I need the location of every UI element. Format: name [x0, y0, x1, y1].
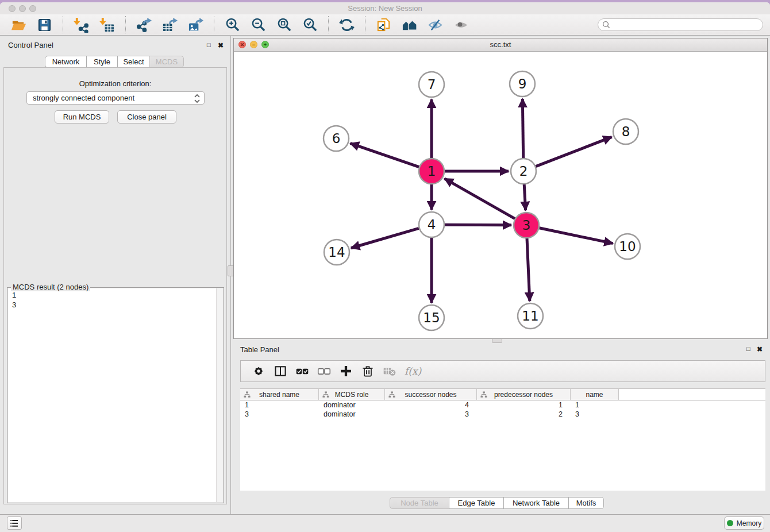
- criterion-select[interactable]: strongly connected component: [26, 91, 205, 105]
- tab-edge-table[interactable]: Edge Table: [449, 497, 504, 509]
- open-session-icon[interactable]: [11, 17, 26, 33]
- horizontal-splitter-handle[interactable]: [492, 338, 502, 343]
- list-icon: [9, 518, 20, 529]
- window-title: Session: New Session: [0, 4, 770, 13]
- column-header-label: name: [586, 391, 603, 399]
- table-row[interactable]: 1dominator411: [240, 400, 765, 410]
- column-tree-icon: [480, 391, 487, 398]
- table-cell[interactable]: 4: [385, 400, 477, 410]
- toolbar-separator: [63, 16, 63, 33]
- clone-network-icon[interactable]: [376, 17, 391, 33]
- graph-edge-2-8[interactable]: [536, 137, 611, 166]
- table-toolbar: f(x): [240, 360, 765, 382]
- table-cell[interactable]: 3: [571, 410, 619, 419]
- graph-node-label-4: 4: [428, 217, 436, 232]
- column-header-label: predecessor nodes: [494, 391, 553, 399]
- graph-edge-1-6[interactable]: [351, 143, 419, 167]
- graph-node-label-8: 8: [622, 124, 630, 139]
- graph-node-label-11: 11: [522, 309, 538, 323]
- select-stepper-icon: [193, 94, 201, 103]
- hide-selected-eye-slash-icon[interactable]: [428, 17, 443, 33]
- tab-style[interactable]: Style: [86, 56, 118, 68]
- show-hidden-eye-icon[interactable]: [453, 17, 469, 33]
- graph-edge-2-9[interactable]: [522, 99, 523, 158]
- split-columns-icon[interactable]: [274, 364, 287, 378]
- tab-node-table[interactable]: Node Table: [390, 497, 449, 509]
- save-session-icon[interactable]: [37, 17, 52, 33]
- control-panel-float-icon[interactable]: □: [207, 41, 211, 48]
- column-header-successor-nodes[interactable]: successor nodes: [385, 389, 477, 400]
- select-all-checkboxes-icon[interactable]: [295, 364, 309, 378]
- main-toolbar: [0, 14, 770, 36]
- memory-status-dot: [727, 520, 733, 526]
- column-header-MCDS-role[interactable]: MCDS role: [319, 389, 385, 400]
- table-cell[interactable]: 3: [240, 410, 319, 419]
- graph-edge-4-3[interactable]: [445, 225, 511, 225]
- graph-edge-4-14[interactable]: [351, 228, 419, 248]
- graph-edge-3-1[interactable]: [445, 179, 515, 219]
- export-network-icon[interactable]: [136, 17, 152, 33]
- tab-select[interactable]: Select: [117, 56, 150, 68]
- graph-node-label-7: 7: [428, 77, 436, 92]
- table-cell[interactable]: 1: [477, 400, 571, 410]
- toolbar-separator: [214, 16, 214, 33]
- delete-table-icon[interactable]: [383, 364, 396, 378]
- table-cell[interactable]: dominator: [319, 410, 385, 419]
- window-titlebar: Session: New Session: [0, 2, 770, 14]
- close-panel-button[interactable]: Close panel: [117, 110, 176, 124]
- table-cell[interactable]: 1: [240, 400, 319, 410]
- memory-label: Memory: [737, 519, 761, 527]
- column-tree-icon: [244, 391, 251, 398]
- toolbar-separator: [365, 16, 365, 33]
- apply-layout-houses-icon[interactable]: [402, 17, 417, 33]
- zoom-fit-icon[interactable]: [276, 17, 292, 33]
- column-tree-icon: [388, 391, 395, 398]
- graph-edge-3-11[interactable]: [527, 238, 530, 301]
- import-network-icon[interactable]: [74, 17, 89, 33]
- tab-network[interactable]: Network: [45, 56, 87, 68]
- table-panel-float-icon[interactable]: □: [746, 345, 750, 352]
- graph-edge-3-10[interactable]: [540, 228, 613, 244]
- task-history-button[interactable]: [7, 516, 22, 530]
- tab-motifs[interactable]: Motifs: [568, 497, 604, 509]
- table-cell[interactable]: 3: [385, 410, 477, 419]
- graph-node-label-6: 6: [332, 131, 341, 146]
- zoom-selected-icon[interactable]: [302, 17, 318, 33]
- table-row[interactable]: 3dominator323: [240, 410, 765, 419]
- refresh-view-icon[interactable]: [339, 17, 355, 33]
- search-input[interactable]: [598, 18, 763, 31]
- tab-network-table[interactable]: Network Table: [503, 497, 569, 509]
- apply-function-fx-icon[interactable]: f(x): [405, 365, 421, 377]
- column-header-predecessor-nodes[interactable]: predecessor nodes: [477, 389, 571, 400]
- deselect-all-checkboxes-icon[interactable]: [317, 364, 331, 378]
- export-image-icon[interactable]: [188, 17, 203, 33]
- column-header-shared-name[interactable]: shared name: [240, 389, 319, 400]
- node-table-header: shared nameMCDS rolesuccessor nodesprede…: [240, 389, 765, 400]
- network-graph-canvas[interactable]: 7968124314101511: [234, 51, 767, 338]
- run-mcds-button[interactable]: Run MCDS: [55, 110, 109, 124]
- memory-button[interactable]: Memory: [724, 516, 764, 530]
- column-header-name[interactable]: name: [571, 389, 619, 400]
- add-column-plus-icon[interactable]: [339, 364, 353, 378]
- network-window-titlebar: ✕ − + scc.txt: [234, 38, 767, 52]
- graph-node-label-3: 3: [522, 218, 531, 233]
- table-panel-close-icon[interactable]: ✖: [757, 345, 763, 353]
- graph-node-label-14: 14: [328, 245, 345, 260]
- table-cell[interactable]: 2: [477, 410, 571, 419]
- table-settings-gear-icon[interactable]: [252, 364, 265, 378]
- graph-edge-2-3[interactable]: [524, 184, 525, 210]
- graph-node-label-2: 2: [519, 164, 528, 179]
- result-scrollbar[interactable]: [216, 288, 223, 502]
- mcds-result-list[interactable]: 13: [8, 288, 223, 502]
- export-table-icon[interactable]: [162, 17, 178, 33]
- mcds-result-item: 3: [12, 300, 223, 310]
- table-cell[interactable]: 1: [571, 400, 619, 410]
- zoom-out-icon[interactable]: [251, 17, 266, 33]
- tab-mcds[interactable]: MCDS: [149, 56, 184, 68]
- delete-column-trash-icon[interactable]: [361, 364, 375, 378]
- import-table-icon[interactable]: [99, 17, 115, 33]
- control-panel-close-icon[interactable]: ✖: [218, 41, 224, 49]
- zoom-in-icon[interactable]: [225, 17, 240, 33]
- node-table: shared nameMCDS rolesuccessor nodesprede…: [240, 388, 765, 491]
- table-cell[interactable]: dominator: [319, 400, 385, 410]
